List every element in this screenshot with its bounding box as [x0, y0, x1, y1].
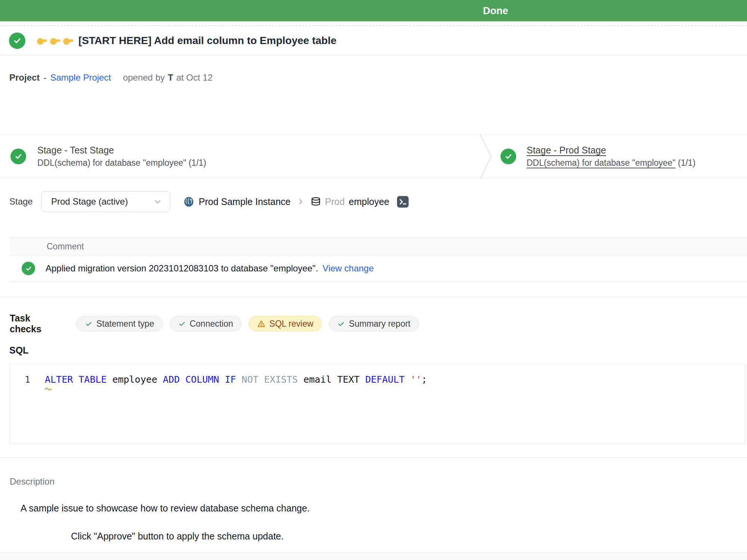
section-divider	[0, 297, 747, 297]
issue-detail-page: Done [START HERE] Add email column to Em…	[0, 0, 747, 560]
status-banner-label: Done	[483, 5, 508, 16]
sql-review-warning-squiggle-icon	[45, 387, 53, 391]
check-icon	[85, 320, 93, 328]
stage-prod-check-icon	[500, 149, 516, 164]
stage-test-check-icon	[10, 149, 26, 164]
description-paragraph: A sample issue to showcase how to review…	[21, 503, 747, 515]
line-number: 1	[10, 373, 30, 386]
database-environment: Prod	[325, 196, 345, 207]
issue-header: [START HERE] Add email column to Employe…	[0, 26, 747, 55]
stage-prod-subtitle: DDL(schema) for database "employee" (1/1…	[527, 158, 695, 168]
stage-test-subtitle: DDL(schema) for database "employee" (1/1…	[37, 158, 206, 168]
stage-prod-task-count: (1/1)	[678, 158, 695, 168]
comment-status-check-icon	[22, 262, 35, 275]
task-checks-label: Task checks	[10, 313, 58, 335]
opened-by-text: opened by	[123, 72, 165, 83]
stage-select-value: Prod Stage (active)	[51, 196, 128, 207]
chevron-down-icon	[153, 197, 162, 206]
check-icon	[337, 320, 345, 328]
comment-header-label: Comment	[47, 242, 84, 252]
sql-code-line: 1 ALTER TABLE employee ADD COLUMN IF NOT…	[10, 373, 745, 386]
check-badge-statement-type[interactable]: Statement type	[76, 316, 163, 332]
check-badge-sql-review[interactable]: SQL review	[248, 316, 322, 332]
check-badge-label: Statement type	[96, 319, 154, 329]
alert-triangle-icon	[257, 320, 266, 328]
stage-prod-task-link[interactable]: DDL(schema) for database "employee"	[527, 158, 676, 168]
check-badge-label: SQL review	[269, 319, 313, 329]
database-icon	[311, 197, 321, 207]
check-badge-summary-report[interactable]: Summary report	[329, 316, 419, 332]
description-label: Description	[0, 476, 747, 488]
check-badge-label: Summary report	[349, 319, 410, 329]
stage-test-stage[interactable]: Stage - Test Stage DDL(schema) for datab…	[0, 145, 206, 168]
check-badge-label: Connection	[190, 319, 233, 329]
comment-entry-text: Applied migration version 20231012083103…	[46, 263, 374, 274]
stage-selector-label: Stage	[9, 196, 32, 207]
sql-editor: 1 ALTER TABLE employee ADD COLUMN IF NOT…	[9, 364, 745, 444]
stage-select-dropdown[interactable]: Prod Stage (active)	[41, 191, 170, 212]
chevron-right-icon	[296, 197, 305, 206]
task-checks-row: Task checks Statement type Connection SQ…	[0, 316, 747, 332]
check-icon	[178, 320, 186, 328]
section-divider	[0, 457, 747, 458]
comment-section: Comment Applied migration version 202310…	[9, 237, 747, 281]
stage-prod-stage[interactable]: Stage - Prod Stage DDL(schema) for datab…	[500, 135, 695, 178]
pipeline-stage-band: Stage - Test Stage DDL(schema) for datab…	[0, 134, 747, 178]
stage-test-title: Stage - Test Stage	[37, 145, 206, 156]
status-banner: Done	[0, 0, 747, 21]
sql-statement: ALTER TABLE employee ADD COLUMN IF NOT E…	[45, 373, 427, 386]
check-badge-connection[interactable]: Connection	[170, 316, 242, 332]
postgresql-logo-icon	[183, 196, 195, 208]
description-section: Description A sample issue to showcase h…	[0, 476, 747, 543]
pointing-right-emoji	[36, 35, 74, 47]
opened-at-text: at Oct 12	[176, 72, 213, 83]
stage-separator-chevron-icon	[479, 135, 493, 179]
stage-selector-row: Stage Prod Stage (active) Prod Sample In…	[0, 191, 747, 212]
project-link[interactable]: Sample Project	[50, 72, 111, 83]
description-paragraph: Click "Approve" button to apply the sche…	[71, 531, 747, 543]
issue-title: [START HERE] Add email column to Employe…	[36, 35, 337, 47]
project-label: Project	[9, 72, 40, 83]
sql-console-icon[interactable]	[397, 196, 409, 208]
page-bottom-divider	[0, 552, 747, 560]
instance-link[interactable]: Prod Sample Instance	[199, 196, 291, 207]
comment-header: Comment	[9, 238, 747, 256]
database-link[interactable]: employee	[349, 196, 389, 207]
project-row: Project - Sample Project opened by T at …	[0, 72, 747, 83]
sql-section-label: SQL	[0, 345, 747, 357]
creator-name: T	[168, 72, 173, 83]
comment-entry-row: Applied migration version 20231012083103…	[9, 256, 747, 281]
issue-done-check-icon	[9, 32, 25, 49]
issue-title-text: [START HERE] Add email column to Employe…	[78, 35, 337, 47]
view-change-link[interactable]: View change	[323, 263, 374, 273]
database-breadcrumb: Prod Sample Instance Prod employee	[183, 196, 409, 208]
project-dash: -	[43, 72, 46, 83]
stage-prod-title-link[interactable]: Stage - Prod Stage	[527, 145, 695, 156]
